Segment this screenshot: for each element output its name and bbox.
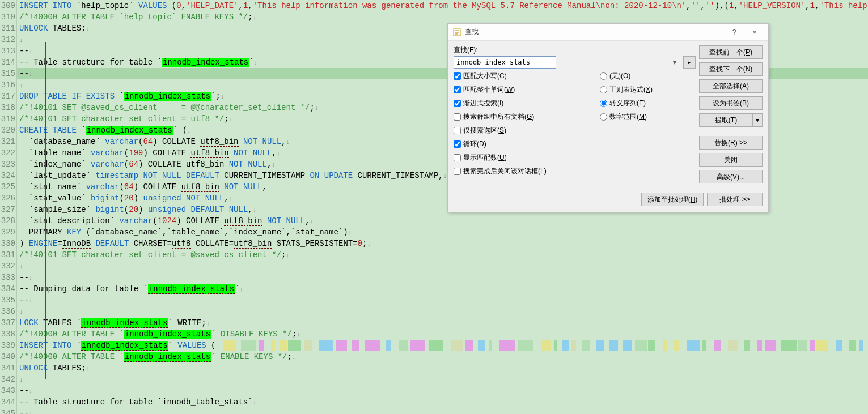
radio-option[interactable]: (无)(O) — [600, 71, 653, 81]
code-line[interactable]: 333--↓ — [0, 272, 868, 283]
line-number: 317 — [0, 91, 17, 102]
code-line[interactable]: 345--↓ — [0, 408, 868, 414]
code-line[interactable]: 330) ENGINE=InnoDB DEFAULT CHARSET=utf8 … — [0, 238, 868, 249]
code-line[interactable]: 332↓ — [0, 261, 868, 272]
add-batch-button[interactable]: 添加至批处理(H) — [641, 193, 704, 206]
line-number: 326 — [0, 193, 17, 204]
line-number: 328 — [0, 215, 17, 227]
code-line[interactable]: 343--↓ — [0, 385, 868, 396]
line-number: 322 — [0, 147, 17, 159]
code-line[interactable]: 344-- Table structure for table `innodb_… — [0, 396, 868, 408]
line-number: 339 — [0, 340, 17, 351]
line-number: 335 — [0, 295, 17, 306]
code-line[interactable]: 336↓ — [0, 306, 868, 317]
code-line[interactable]: 339INSERT INTO `innodb_index_stats` VALU… — [0, 340, 868, 351]
line-number: 309 — [0, 0, 17, 11]
code-line[interactable]: 340/*!40000 ALTER TABLE `innodb_index_st… — [0, 351, 868, 362]
radio-option[interactable]: 转义序列(E) — [600, 98, 653, 108]
advanced-button[interactable]: 高级(V)... — [699, 170, 763, 183]
line-number: 343 — [0, 385, 17, 396]
select-all-button[interactable]: 全部选择(A) — [699, 79, 763, 93]
batch-button[interactable]: 批处理 >> — [707, 193, 763, 206]
close-button[interactable]: 关闭 — [699, 153, 763, 167]
line-number: 324 — [0, 170, 17, 181]
line-number: 312 — [0, 34, 17, 45]
dialog-close-button[interactable]: × — [744, 25, 765, 39]
checkbox-option[interactable]: 显示匹配数(U) — [454, 152, 595, 163]
radio-option[interactable]: 正则表达式(X) — [600, 84, 653, 95]
line-number: 314 — [0, 57, 17, 68]
line-number: 340 — [0, 351, 17, 362]
checkbox-option[interactable]: 仅搜索选区(S) — [454, 125, 595, 135]
checkbox-option[interactable]: 搜索群组中所有文档(G) — [454, 112, 595, 122]
line-number: 310 — [0, 11, 17, 23]
line-number: 315 — [0, 68, 17, 79]
app-icon — [452, 28, 461, 37]
line-number: 318 — [0, 102, 17, 113]
find-next-button[interactable]: 查找下一个(N) — [699, 62, 763, 76]
line-number: 336 — [0, 306, 17, 317]
extract-dropdown-button[interactable]: ▾ — [752, 113, 763, 127]
code-line[interactable]: 337LOCK TABLES `innodb_index_stats` WRIT… — [0, 317, 868, 328]
bookmark-button[interactable]: 设为书签(B) — [699, 96, 763, 110]
code-line[interactable]: 310/*!40000 ALTER TABLE `help_topic` ENA… — [0, 11, 868, 23]
find-dialog: 查找 ? × 查找(F): ▾ ▸ 匹配大小写(C) 匹配整个单词(W) 渐进式… — [447, 23, 769, 212]
dialog-title: 查找 — [465, 27, 724, 37]
line-number: 325 — [0, 181, 17, 193]
line-number: 327 — [0, 204, 17, 215]
search-input[interactable] — [454, 56, 556, 69]
line-number: 311 — [0, 23, 17, 34]
line-number: 334 — [0, 283, 17, 295]
code-line[interactable]: 309INSERT INTO `help_topic` VALUES (0,'H… — [0, 0, 868, 11]
code-line[interactable]: 341UNLOCK TABLES;↓ — [0, 362, 868, 374]
checkbox-option[interactable]: 渐进式搜索(I) — [454, 98, 595, 108]
find-label: 查找(F): — [454, 45, 696, 55]
code-line[interactable]: 329 PRIMARY KEY (`database_name`,`table_… — [0, 227, 868, 238]
line-number: 342 — [0, 374, 17, 385]
line-number: 329 — [0, 227, 17, 238]
line-number: 341 — [0, 362, 17, 374]
checkbox-option[interactable]: 搜索完成后关闭该对话框(L) — [454, 166, 595, 176]
find-prev-button[interactable]: 查找前一个(P) — [699, 45, 763, 59]
dialog-help-button[interactable]: ? — [724, 25, 744, 39]
line-number: 316 — [0, 79, 17, 91]
history-button[interactable]: ▸ — [683, 56, 696, 69]
line-number: 313 — [0, 45, 17, 57]
line-number: 337 — [0, 317, 17, 328]
line-number: 323 — [0, 159, 17, 170]
code-line[interactable]: 331/*!40101 SET character_set_client = @… — [0, 249, 868, 261]
line-number: 333 — [0, 272, 17, 283]
combo-arrow-icon[interactable]: ▾ — [670, 57, 680, 67]
code-line[interactable]: 335--↓ — [0, 295, 868, 306]
checkbox-option[interactable]: 匹配整个单词(W) — [454, 84, 595, 95]
checkbox-option[interactable]: 循环(D) — [454, 139, 595, 149]
line-number: 320 — [0, 125, 17, 136]
line-number: 321 — [0, 136, 17, 147]
code-line[interactable]: 334-- Dumping data for table `innodb_ind… — [0, 283, 868, 295]
dialog-titlebar[interactable]: 查找 ? × — [448, 24, 768, 41]
replace-button[interactable]: 替换(R) >> — [699, 136, 763, 150]
line-number: 338 — [0, 328, 17, 340]
code-line[interactable]: 342↓ — [0, 374, 868, 385]
line-number: 331 — [0, 249, 17, 261]
code-line[interactable]: 328 `stat_description` varchar(1024) COL… — [0, 215, 868, 227]
line-number: 319 — [0, 113, 17, 125]
extract-button[interactable]: 提取(T) — [699, 113, 752, 127]
line-number: 332 — [0, 261, 17, 272]
code-line[interactable]: 338/*!40000 ALTER TABLE `innodb_index_st… — [0, 328, 868, 340]
line-number: 344 — [0, 396, 17, 408]
line-number: 330 — [0, 238, 17, 249]
checkbox-option[interactable]: 匹配大小写(C) — [454, 71, 595, 81]
radio-option[interactable]: 数字范围(M) — [600, 112, 653, 122]
line-number: 345 — [0, 408, 17, 414]
